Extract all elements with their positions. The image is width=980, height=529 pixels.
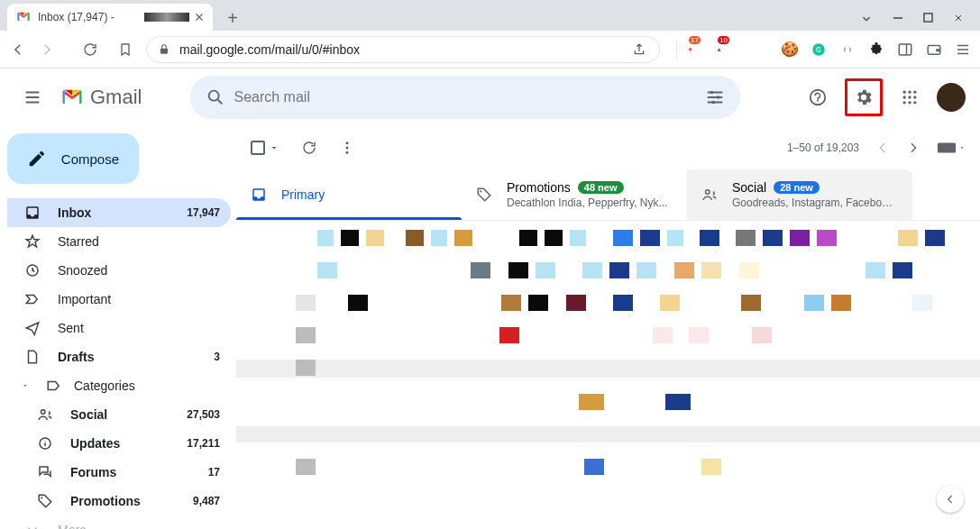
refresh-button[interactable] [301,140,317,156]
chevron-down-icon [23,521,41,529]
next-page-button[interactable] [906,141,920,155]
tab-promotions[interactable]: Promotions48 new Decathlon India, Pepper… [462,169,687,220]
nav-inbox[interactable]: Inbox 17,947 [7,198,231,227]
browser-tab[interactable]: Inbox (17,947) - [7,4,213,31]
select-all-checkbox[interactable] [251,141,279,155]
nav-cat-forums[interactable]: Forums 17 [7,458,231,487]
new-tab-button[interactable]: + [220,5,245,31]
minimize-icon[interactable] [893,13,903,25]
gmail-header: Gmail [0,68,980,126]
people-icon [701,187,718,203]
search-icon[interactable] [197,79,234,115]
send-icon [23,319,41,337]
bookmark-icon[interactable] [116,41,134,59]
browser-toolbar: mail.google.com/mail/u/0/#inbox 17 10 🍪 [0,31,980,68]
address-bar[interactable]: mail.google.com/mail/u/0/#inbox [146,36,660,63]
close-window-icon[interactable] [953,13,964,25]
forum-icon [36,463,54,481]
cookie-icon[interactable]: 🍪 [782,41,798,58]
svg-point-19 [913,101,916,104]
chevron-down-icon[interactable] [860,13,873,25]
svg-rect-27 [938,143,956,153]
page-range: 1–50 of 19,203 [787,141,859,154]
svg-point-25 [346,147,349,150]
svg-point-8 [717,96,720,99]
sidepanel-icon[interactable] [897,41,913,58]
tab-primary[interactable]: Primary [236,169,462,220]
nav-sent[interactable]: Sent [7,314,231,342]
forward-button[interactable] [38,41,56,59]
star-icon [23,233,41,251]
gmail-logo[interactable]: Gmail [60,85,142,110]
nav-cat-updates[interactable]: Updates 17,211 [7,429,231,458]
mail-row[interactable] [290,262,962,278]
account-avatar[interactable] [937,83,966,112]
svg-point-13 [913,91,916,94]
wallet-icon[interactable] [926,41,942,58]
tab-social[interactable]: Social28 new Goodreads, Instagram, Faceb… [687,169,912,220]
nav-more[interactable]: More [7,515,231,529]
nav-cat-social[interactable]: Social 27,503 [7,400,231,429]
caret-down-icon [269,142,279,153]
file-icon [23,348,41,366]
mail-row[interactable] [290,459,962,475]
svg-rect-1 [160,48,168,53]
gmail-logo-text: Gmail [90,86,142,109]
menu-icon[interactable] [955,41,971,58]
grammarly-icon[interactable] [811,41,827,58]
tag-icon [476,187,492,203]
input-tools-button[interactable] [937,141,966,154]
nav-snoozed[interactable]: Snoozed [7,256,231,285]
content-pane: 1–50 of 19,203 Primary Promotions48 new … [231,126,980,529]
compose-button[interactable]: Compose [7,133,139,184]
people-icon [36,406,54,424]
puzzle-icon[interactable] [868,41,884,58]
svg-point-29 [706,190,710,195]
browser-tab-strip: Inbox (17,947) - + [0,0,980,31]
more-button[interactable] [339,140,355,156]
nav-starred[interactable]: Starred [7,227,231,256]
reload-button[interactable] [81,41,99,59]
nav-important[interactable]: Important [7,285,231,314]
svg-point-15 [908,96,911,98]
svg-rect-0 [924,14,932,22]
back-button[interactable] [9,41,27,59]
link-icon[interactable] [839,41,856,58]
prev-page-button[interactable] [875,141,890,155]
mail-row[interactable] [290,394,962,410]
tag-icon [36,492,54,510]
gmail-favicon [16,10,31,24]
mail-toolbar: 1–50 of 19,203 [236,126,980,169]
lock-icon [158,43,170,56]
svg-point-28 [480,190,481,192]
mail-row[interactable] [236,360,980,378]
caret-icon [16,377,34,395]
search-input[interactable] [234,89,697,105]
close-tab-icon[interactable] [193,11,206,23]
search-options-icon[interactable] [697,79,733,115]
svg-point-12 [908,91,911,94]
mail-row[interactable] [290,295,962,311]
share-icon[interactable] [630,41,648,59]
apps-button[interactable] [892,79,928,115]
side-panel-toggle[interactable] [937,486,964,513]
svg-point-7 [710,91,714,95]
mail-row[interactable] [290,230,962,246]
svg-point-10 [811,90,826,105]
brave-shield-icon[interactable]: 10 [717,41,733,58]
mail-row[interactable] [236,426,980,442]
settings-button[interactable] [845,78,883,116]
social-badge: 28 new [774,181,820,194]
brave-icon[interactable]: 17 [688,41,704,58]
search-box[interactable] [190,76,740,119]
nav-categories[interactable]: Categories [7,371,231,400]
inbox-icon [23,204,41,222]
support-button[interactable] [800,79,836,115]
nav-cat-promotions[interactable]: Promotions 9,487 [7,487,231,515]
nav-drafts[interactable]: Drafts 3 [7,342,231,371]
svg-point-6 [209,91,219,101]
main-menu-button[interactable] [14,79,50,115]
svg-point-18 [908,101,911,104]
mail-row[interactable] [290,327,962,343]
maximize-icon[interactable] [923,13,933,25]
